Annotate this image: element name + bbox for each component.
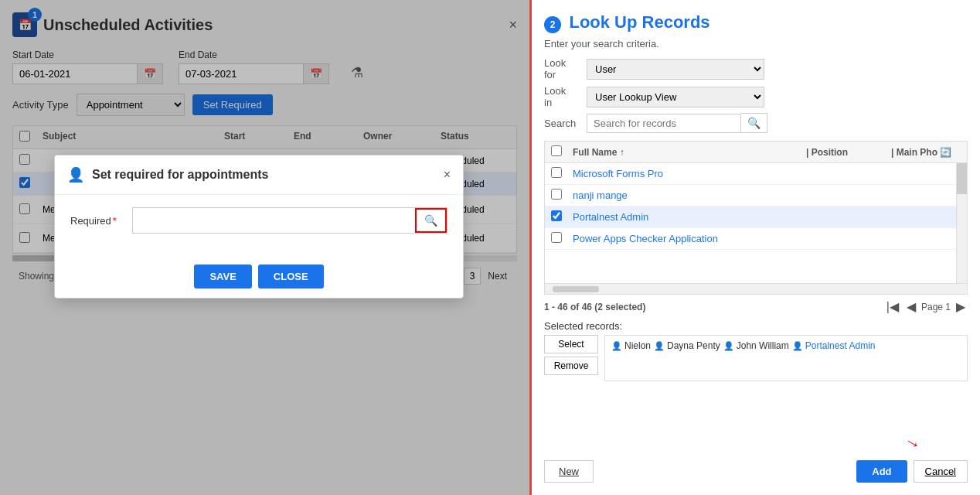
vertical-scrollbar[interactable] xyxy=(956,163,967,283)
records-table: Full Name ↑ | Position | Main Pho 🔄 Micr… xyxy=(544,141,968,295)
record2-checkbox[interactable] xyxy=(551,189,562,200)
search-label: Search xyxy=(544,118,587,129)
selected-record-portalnest: 👤 Portalnest Admin xyxy=(792,340,876,351)
select-remove-buttons: Select Remove xyxy=(544,335,598,381)
record4-checkbox[interactable] xyxy=(551,232,562,243)
first-page-button[interactable]: |◀ xyxy=(884,299,901,314)
selected-record-john: 👤 John William xyxy=(723,340,789,351)
selected-record-dayna: 👤 Dayna Penty xyxy=(654,340,720,351)
modal-footer: SAVE CLOSE xyxy=(55,255,463,298)
modal-overlay: 👤 Set required for appointments × Requir… xyxy=(0,0,529,495)
lookup-form: Lookfor User Contact Lookin User Lookup … xyxy=(544,57,968,133)
lookup-title: Look Up Records xyxy=(569,12,709,32)
modal-title: Set required for appointments xyxy=(92,168,444,182)
current-page-label: Page 1 xyxy=(921,302,951,312)
modal-close-button[interactable]: × xyxy=(444,168,451,182)
select-button[interactable]: Select xyxy=(544,335,598,353)
footer-left: New xyxy=(544,460,594,483)
records-select-all-checkbox[interactable] xyxy=(551,145,562,156)
record-row: nanji mange xyxy=(545,185,967,207)
look-in-select[interactable]: User Lookup View Quick Find View xyxy=(587,87,764,108)
lookup-badge: 2 xyxy=(544,16,561,33)
records-scroll-area[interactable]: Microsoft Forms Pro nanji mange Portalne… xyxy=(545,163,967,283)
footer-right: → Add Cancel xyxy=(856,460,968,483)
pagination-count: 1 - 46 of 46 (2 selected) xyxy=(544,302,645,312)
records-header: Full Name ↑ | Position | Main Pho 🔄 xyxy=(545,142,967,163)
required-star: * xyxy=(113,215,117,227)
look-in-label: Lookin xyxy=(544,85,587,108)
selected-record-nielon-name: Nielon xyxy=(624,340,651,351)
new-button[interactable]: New xyxy=(544,460,594,483)
cancel-button[interactable]: Cancel xyxy=(914,460,968,483)
add-button[interactable]: Add xyxy=(856,460,907,483)
modal-header: 👤 Set required for appointments × xyxy=(55,155,463,195)
horizontal-scroll-thumb xyxy=(553,286,599,292)
search-row: Search 🔍 xyxy=(544,113,968,133)
record4-name[interactable]: Power Apps Checker Application xyxy=(573,233,806,244)
selected-records-section: Selected records: Select Remove 👤 Nielon… xyxy=(544,320,968,381)
remove-button[interactable]: Remove xyxy=(544,357,598,375)
record3-name[interactable]: Portalnest Admin xyxy=(573,211,806,223)
search-input[interactable] xyxy=(587,114,741,133)
selected-record-john-name: John William xyxy=(737,340,789,351)
close-button[interactable]: CLOSE xyxy=(258,265,324,288)
person-icon: 👤 xyxy=(792,341,803,351)
selected-record-nielon: 👤 Nielon xyxy=(611,340,651,351)
user-icon: 👤 xyxy=(67,166,84,183)
save-button[interactable]: SAVE xyxy=(194,265,251,288)
required-input[interactable] xyxy=(133,210,415,231)
person-icon: 👤 xyxy=(611,341,622,351)
person-icon: 👤 xyxy=(723,341,734,351)
selected-record-dayna-name: Dayna Penty xyxy=(667,340,720,351)
person-icon: 👤 xyxy=(654,341,665,351)
lookup-footer: New → Add Cancel xyxy=(544,452,968,483)
look-for-label: Lookfor xyxy=(544,57,587,80)
record3-checkbox[interactable] xyxy=(551,210,562,221)
record-row: Portalnest Admin xyxy=(545,207,967,228)
required-search-button[interactable]: 🔍 xyxy=(415,208,447,233)
lookup-subtitle: Enter your search criteria. xyxy=(544,38,968,50)
arrow-indicator: → xyxy=(900,430,925,456)
selected-records-area: Select Remove 👤 Nielon 👤 Dayna Penty 👤 J… xyxy=(544,335,968,381)
vertical-scroll-thumb xyxy=(957,163,967,194)
record-row: Power Apps Checker Application xyxy=(545,228,967,250)
search-input-wrap: 🔍 xyxy=(587,113,767,133)
selected-records-label: Selected records: xyxy=(544,320,968,332)
set-required-modal: 👤 Set required for appointments × Requir… xyxy=(54,155,464,299)
horizontal-scrollbar-records[interactable] xyxy=(545,283,967,294)
record1-checkbox[interactable] xyxy=(551,167,562,178)
required-input-wrap[interactable]: 🔍 xyxy=(132,207,447,234)
main-phone-col-header: | Main Pho 🔄 xyxy=(891,147,961,158)
required-field-row: Required* 🔍 xyxy=(70,207,447,234)
position-col-header: | Position xyxy=(806,147,891,158)
selected-records-box: 👤 Nielon 👤 Dayna Penty 👤 John William 👤 … xyxy=(604,335,968,381)
full-name-col-header: Full Name ↑ xyxy=(573,147,806,158)
modal-body: Required* 🔍 xyxy=(55,195,463,255)
look-in-row: Lookin User Lookup View Quick Find View xyxy=(544,85,968,108)
left-panel: 📅 1 Unscheduled Activities × Start Date … xyxy=(0,0,529,495)
records-pagination: 1 - 46 of 46 (2 selected) |◀ ◀ Page 1 ▶ xyxy=(544,299,968,314)
next-page-button[interactable]: ▶ xyxy=(954,299,968,314)
records-body: Microsoft Forms Pro nanji mange Portalne… xyxy=(545,163,967,250)
lookup-header: 2 Look Up Records xyxy=(544,12,968,33)
look-for-row: Lookfor User Contact xyxy=(544,57,968,80)
required-label: Required* xyxy=(70,215,132,227)
selected-record-portalnest-name: Portalnest Admin xyxy=(805,340,876,351)
record1-name[interactable]: Microsoft Forms Pro xyxy=(573,168,806,179)
search-button[interactable]: 🔍 xyxy=(741,113,767,133)
prev-page-button[interactable]: ◀ xyxy=(904,299,918,314)
record-row: Microsoft Forms Pro xyxy=(545,163,967,185)
look-for-select[interactable]: User Contact xyxy=(587,59,764,80)
right-panel: 2 Look Up Records Enter your search crit… xyxy=(529,0,980,495)
record2-name[interactable]: nanji mange xyxy=(573,189,806,201)
